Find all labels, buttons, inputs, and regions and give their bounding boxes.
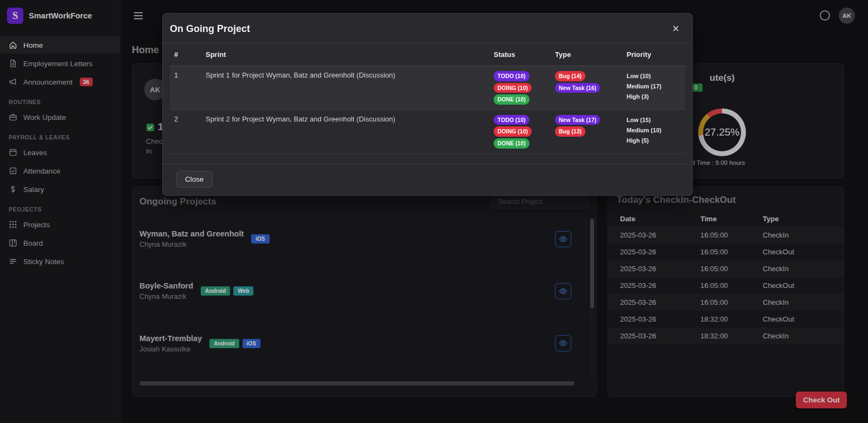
col-priority: Priority — [622, 43, 685, 66]
badge-doing-10: DOING (10) — [494, 126, 532, 137]
modal-footer: Close — [163, 164, 692, 195]
sprint-row: 2 Sprint 2 for Project Wyman, Batz and G… — [170, 110, 685, 153]
badge-new-task-16: New Task (16) — [555, 83, 600, 93]
priority-line: Medium (17) — [627, 81, 681, 92]
badge-bug-14: Bug (14) — [555, 71, 585, 81]
badge-doing-10: DOING (10) — [494, 83, 532, 93]
priority-line: Low (10) — [627, 71, 681, 81]
badge-bug-13: Bug (13) — [555, 126, 585, 137]
sprint-index: 1 — [170, 66, 201, 110]
sprint-type-cell: Bug (14)New Task (16) — [551, 66, 622, 110]
modal-close-button[interactable]: Close — [176, 171, 213, 188]
col-task-type: Type — [551, 43, 622, 66]
sprint-type-cell: New Task (17)Bug (13) — [551, 110, 622, 153]
priority-line: High (5) — [627, 136, 681, 146]
badge-todo-10: TODO (10) — [494, 71, 529, 81]
badge-done-10: DONE (10) — [494, 94, 529, 105]
badge-done-10: DONE (10) — [494, 138, 529, 149]
sprint-index: 2 — [170, 110, 201, 153]
modal-close-icon[interactable]: × — [672, 23, 679, 35]
ongoing-project-modal: On Going Project × # Sprint Status Type … — [162, 13, 693, 196]
sprint-table-body: 1 Sprint 1 for Project Wyman, Batz and G… — [170, 66, 685, 154]
modal-body: # Sprint Status Type Priority 1 Sprint 1… — [163, 43, 692, 154]
sprint-status-cell: TODO (10)DOING (10)DONE (10) — [489, 110, 551, 153]
col-sprint: Sprint — [201, 43, 489, 66]
sprint-priority-cell: Low (10)Medium (17)High (3) — [622, 66, 685, 110]
sprint-header-row: # Sprint Status Type Priority — [170, 43, 685, 66]
modal-title: On Going Project — [170, 23, 250, 35]
sprint-row: 1 Sprint 1 for Project Wyman, Batz and G… — [170, 66, 685, 110]
badge-todo-10: TODO (10) — [494, 115, 529, 125]
sprint-status-cell: TODO (10)DOING (10)DONE (10) — [489, 66, 551, 110]
priority-line: Medium (10) — [627, 125, 681, 136]
priority-line: High (3) — [627, 92, 681, 102]
col-index: # — [170, 43, 201, 66]
sprint-table: # Sprint Status Type Priority 1 Sprint 1… — [170, 43, 685, 154]
sprint-priority-cell: Low (15)Medium (10)High (5) — [622, 110, 685, 153]
priority-line: Low (15) — [627, 115, 681, 125]
col-status: Status — [489, 43, 551, 66]
badge-new-task-17: New Task (17) — [555, 115, 600, 125]
sprint-name: Sprint 1 for Project Wyman, Batz and Gre… — [201, 66, 489, 110]
sprint-name: Sprint 2 for Project Wyman, Batz and Gre… — [201, 110, 489, 153]
modal-header: On Going Project × — [163, 14, 692, 43]
